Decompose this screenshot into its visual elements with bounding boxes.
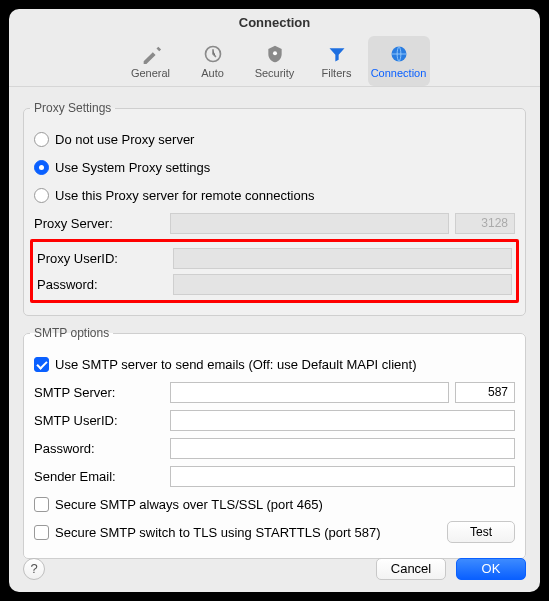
tab-security[interactable]: Security	[244, 36, 306, 86]
clock-icon	[202, 43, 224, 65]
radio-label: Use this Proxy server for remote connect…	[55, 188, 314, 203]
globe-icon	[388, 43, 410, 65]
smtp-userid-label: SMTP UserID:	[34, 413, 164, 428]
tab-label: Security	[255, 67, 295, 79]
smtp-port-input[interactable]	[455, 382, 515, 403]
tab-auto[interactable]: Auto	[182, 36, 244, 86]
radio-label: Use System Proxy settings	[55, 160, 210, 175]
group-legend: SMTP options	[30, 326, 113, 340]
smtp-server-input[interactable]	[170, 382, 449, 403]
tab-label: Filters	[322, 67, 352, 79]
tab-filters[interactable]: Filters	[306, 36, 368, 86]
group-legend: Proxy Settings	[30, 101, 115, 115]
check-label: Secure SMTP switch to TLS using STARTTLS…	[55, 525, 381, 540]
help-button[interactable]: ?	[23, 558, 45, 580]
smtp-password-input[interactable]	[170, 438, 515, 459]
cancel-button[interactable]: Cancel	[376, 558, 446, 580]
check-use-smtp[interactable]	[34, 357, 49, 372]
window-title: Connection	[9, 9, 540, 34]
proxy-userid-input[interactable]	[173, 248, 512, 269]
smtp-userid-input[interactable]	[170, 410, 515, 431]
proxy-port-input[interactable]	[455, 213, 515, 234]
highlight-box: Proxy UserID: Password:	[30, 239, 519, 303]
svg-point-1	[273, 51, 277, 55]
proxy-password-label: Password:	[37, 277, 167, 292]
check-label: Use SMTP server to send emails (Off: use…	[55, 357, 416, 372]
toolbar: General Auto Security Filters	[9, 34, 540, 87]
proxy-server-input[interactable]	[170, 213, 449, 234]
proxy-password-input[interactable]	[173, 274, 512, 295]
check-tls-587[interactable]	[34, 525, 49, 540]
smtp-password-label: Password:	[34, 441, 164, 456]
check-label: Secure SMTP always over TLS/SSL (port 46…	[55, 497, 323, 512]
tab-label: Auto	[201, 67, 224, 79]
shield-icon	[264, 43, 286, 65]
smtp-sender-input[interactable]	[170, 466, 515, 487]
proxy-userid-label: Proxy UserID:	[37, 251, 167, 266]
proxy-settings-group: Proxy Settings Do not use Proxy server U…	[23, 101, 526, 316]
check-tls-465[interactable]	[34, 497, 49, 512]
tab-label: Connection	[371, 67, 427, 79]
smtp-sender-label: Sender Email:	[34, 469, 164, 484]
proxy-server-label: Proxy Server:	[34, 216, 164, 231]
smtp-server-label: SMTP Server:	[34, 385, 164, 400]
tab-general[interactable]: General	[120, 36, 182, 86]
radio-proxy-none[interactable]	[34, 132, 49, 147]
smtp-options-group: SMTP options Use SMTP server to send ema…	[23, 326, 526, 559]
tab-label: General	[131, 67, 170, 79]
test-button[interactable]: Test	[447, 521, 515, 543]
radio-proxy-remote[interactable]	[34, 188, 49, 203]
gear-icon	[140, 43, 162, 65]
tab-connection[interactable]: Connection	[368, 36, 430, 86]
filter-icon	[326, 43, 348, 65]
radio-proxy-system[interactable]	[34, 160, 49, 175]
radio-label: Do not use Proxy server	[55, 132, 194, 147]
ok-button[interactable]: OK	[456, 558, 526, 580]
